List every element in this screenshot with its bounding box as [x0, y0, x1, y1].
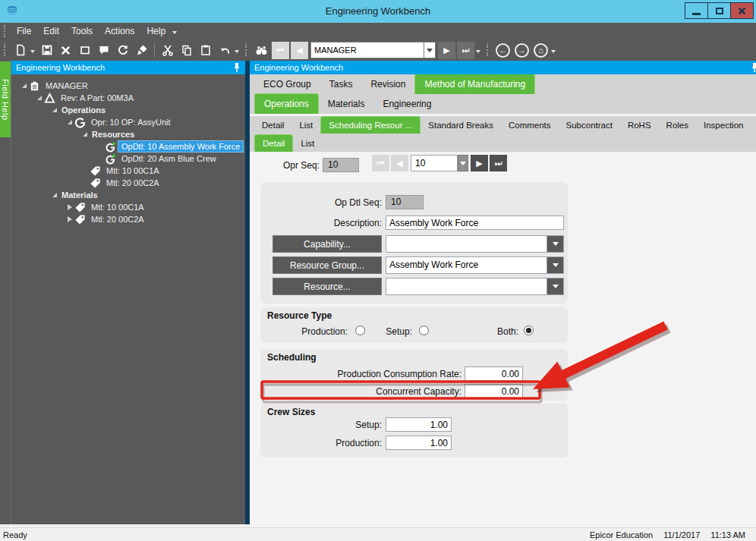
capability-dropdown[interactable]: [547, 236, 563, 252]
description-field[interactable]: [386, 215, 564, 230]
tab-scheduling-resources[interactable]: Scheduling Resour ...: [320, 116, 421, 134]
clear-all-button[interactable]: [132, 41, 151, 59]
tab-revision[interactable]: Revision: [361, 76, 414, 94]
delete-button[interactable]: [56, 41, 75, 59]
resource-group-button[interactable]: Resource Group...: [272, 256, 382, 274]
nav-overflow-icon[interactable]: [476, 50, 480, 53]
opr-prev-button[interactable]: ◀: [391, 155, 408, 171]
tab-machine-mes[interactable]: Machine MES: [751, 118, 756, 134]
tab-engineering[interactable]: Engineering: [373, 96, 440, 114]
menu-tools[interactable]: Tools: [65, 24, 99, 38]
tab-roles[interactable]: Roles: [659, 118, 696, 134]
pin-icon[interactable]: [232, 62, 241, 74]
capability-button[interactable]: Capability...: [272, 235, 382, 253]
history-overflow-icon[interactable]: [551, 50, 556, 53]
paste-button[interactable]: [196, 41, 215, 59]
opr-last-button[interactable]: ⏭: [490, 155, 507, 171]
minimize-button[interactable]: [685, 2, 708, 19]
refresh-button[interactable]: [113, 41, 132, 59]
tab-rohs[interactable]: RoHS: [620, 118, 659, 134]
record-last-button[interactable]: ⏭: [457, 42, 474, 59]
record-first-button[interactable]: ⏮: [272, 42, 289, 59]
resource-group-combo[interactable]: Assembly Work Force: [386, 256, 564, 274]
edit-overflow-icon[interactable]: [235, 50, 239, 53]
resource-dropdown[interactable]: [547, 278, 563, 294]
tab-standard-breaks[interactable]: Standard Breaks: [421, 118, 501, 134]
toolbar-grip[interactable]: [4, 25, 7, 37]
clear-button[interactable]: [75, 41, 94, 59]
tab-inspection[interactable]: Inspection: [696, 118, 751, 134]
record-next-button[interactable]: ▶: [438, 42, 455, 59]
tab-comments[interactable]: Comments: [501, 118, 559, 134]
new-dropdown-icon[interactable]: [30, 50, 35, 53]
tab-sched-list[interactable]: List: [293, 137, 322, 152]
resource-button[interactable]: Resource...: [272, 278, 382, 295]
undo-button[interactable]: [215, 41, 234, 59]
copy-button[interactable]: [177, 41, 196, 59]
tree-item-resources[interactable]: Resources: [11, 128, 245, 140]
tree-item-opdtl-10[interactable]: OpDtl: 10 Assembly Work Force: [11, 140, 245, 153]
menu-overflow-icon[interactable]: [172, 31, 177, 34]
setup-radio-label: Setup:: [336, 326, 412, 337]
tree-item-materials-mtl-10[interactable]: Mtl: 10 00C1A: [11, 201, 245, 213]
toolbar-grip[interactable]: [487, 44, 490, 56]
opr-combo-input[interactable]: [411, 155, 458, 171]
tree-item-mtl-10[interactable]: Mtl: 10 00C1A: [11, 165, 245, 177]
tree-item-mtl-20[interactable]: Mtl: 20 00C2A: [11, 177, 245, 189]
user-combo-input[interactable]: [310, 42, 424, 58]
tree-item-materials-mtl-20[interactable]: Mtl: 20 00C2A: [11, 213, 245, 225]
tab-list[interactable]: List: [291, 118, 320, 134]
tree-item-operations[interactable]: Operations: [11, 104, 245, 116]
user-combo-dropdown[interactable]: [424, 42, 436, 58]
tree-item-materials[interactable]: Materials: [11, 189, 245, 201]
tab-method-of-manufacturing[interactable]: Method of Manufacturing: [414, 74, 535, 94]
pin-icon[interactable]: [750, 62, 756, 74]
close-button[interactable]: [730, 2, 754, 19]
resource-group-dropdown[interactable]: [547, 257, 563, 273]
toolbar-grip[interactable]: [4, 44, 7, 56]
tab-subcontract[interactable]: Subcontract: [559, 118, 620, 134]
menu-edit[interactable]: Edit: [37, 24, 65, 38]
search-button[interactable]: [252, 41, 271, 59]
tab-row-scheduling: Detail List: [250, 134, 756, 152]
home-button[interactable]: ⌂: [534, 43, 548, 58]
record-prev-button[interactable]: ◀: [291, 42, 308, 59]
forward-button[interactable]: →: [515, 43, 529, 58]
tab-detail[interactable]: Detail: [254, 118, 291, 134]
crew-setup-field[interactable]: [386, 417, 452, 432]
back-button[interactable]: ←: [496, 43, 510, 58]
save-button[interactable]: [37, 41, 56, 59]
field-help-tab[interactable]: Field Help: [0, 61, 11, 137]
both-radio[interactable]: [524, 326, 534, 335]
tab-sched-detail[interactable]: Detail: [254, 134, 293, 152]
operation-icon: [74, 117, 87, 128]
tab-eco-group[interactable]: ECO Group: [254, 76, 320, 94]
memo-button[interactable]: [94, 41, 113, 59]
tree-item-revision[interactable]: Rev: A Part: 00M3A: [11, 92, 245, 104]
cut-button[interactable]: [158, 41, 177, 59]
toolbar-grip[interactable]: [245, 44, 248, 56]
prev-record-icon: ◀: [296, 46, 302, 55]
opr-next-button[interactable]: ▶: [471, 155, 488, 171]
menu-file[interactable]: File: [11, 24, 37, 38]
opr-first-button[interactable]: ⏮: [372, 155, 389, 171]
maximize-button[interactable]: [707, 2, 731, 19]
tab-tasks[interactable]: Tasks: [320, 76, 362, 94]
resource-group-value: Assembly Work Force: [386, 257, 547, 273]
menu-help[interactable]: Help: [140, 24, 172, 38]
crew-production-field[interactable]: [386, 436, 452, 450]
capability-combo[interactable]: [386, 235, 564, 253]
production-consumption-rate-field[interactable]: [465, 366, 523, 381]
close-icon: [738, 7, 746, 15]
setup-radio[interactable]: [419, 326, 429, 335]
concurrent-capacity-field[interactable]: [465, 384, 523, 398]
opr-combo-dropdown[interactable]: [458, 155, 468, 171]
new-button[interactable]: [11, 41, 30, 59]
resource-combo[interactable]: [386, 278, 564, 295]
tab-materials[interactable]: Materials: [319, 96, 374, 114]
tab-operations[interactable]: Operations: [254, 93, 319, 114]
tree-item-opdtl-20[interactable]: OpDtl: 20 Asm Blue Crew: [11, 153, 245, 165]
tree-item-manager[interactable]: MANAGER: [11, 80, 245, 92]
tree-item-operation-10[interactable]: Opr: 10 OP: AssyUnit: [11, 116, 245, 128]
menu-actions[interactable]: Actions: [99, 24, 140, 38]
